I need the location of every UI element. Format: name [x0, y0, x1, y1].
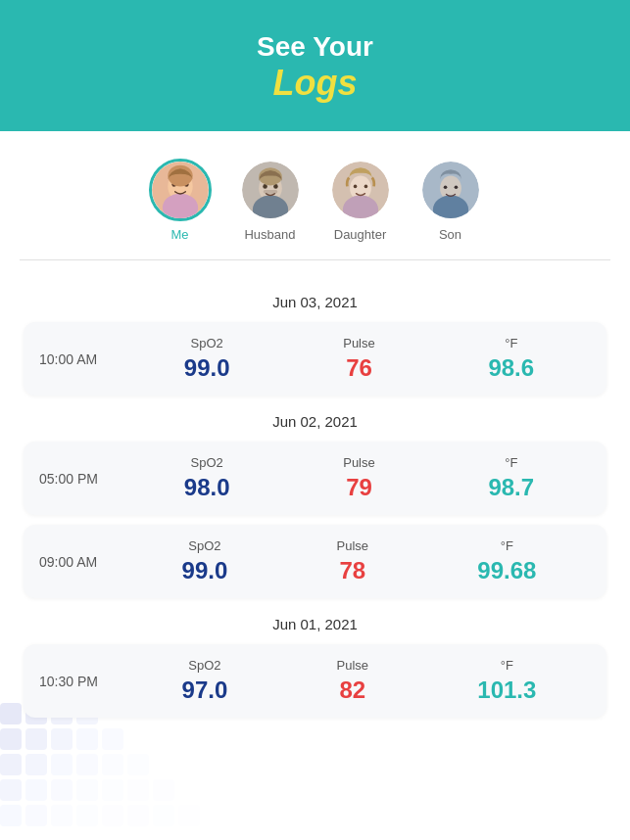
pulse-label-2-0: Pulse — [337, 658, 369, 673]
temp-value-0-0: 98.6 — [488, 354, 534, 382]
profiles-row: Me Husband — [0, 131, 630, 252]
profile-daughter[interactable]: Daughter — [329, 159, 392, 242]
date-group-0: Jun 03, 2021 10:00 AM SpO2 99.0 Pulse 76… — [24, 294, 606, 396]
profile-husband[interactable]: Husband — [239, 159, 302, 242]
svg-rect-12 — [263, 190, 277, 194]
svg-rect-38 — [0, 779, 22, 801]
svg-point-22 — [454, 185, 458, 189]
svg-rect-45 — [0, 805, 22, 826]
metric-temp-0-0: °F 98.6 — [488, 336, 534, 382]
header-title-line2: Logs — [20, 63, 610, 104]
pulse-value-2-0: 82 — [339, 677, 365, 704]
date-label-2: Jun 01, 2021 — [24, 616, 606, 632]
metric-temp-1-1: °F 99.68 — [477, 538, 536, 584]
metric-spo2-1-1: SpO2 99.0 — [182, 538, 228, 584]
svg-point-21 — [443, 185, 447, 189]
date-label-0: Jun 03, 2021 — [24, 294, 606, 310]
spo2-label-1-1: SpO2 — [188, 538, 220, 553]
avatar-son[interactable] — [419, 159, 482, 221]
log-card-0-0: 10:00 AM SpO2 99.0 Pulse 76 °F 98.6 — [24, 322, 606, 396]
temp-value-1-1: 99.68 — [477, 557, 536, 584]
temp-label-1-1: °F — [501, 538, 513, 553]
avatar-daughter[interactable] — [329, 159, 392, 221]
svg-rect-39 — [25, 779, 47, 801]
spo2-label-2-0: SpO2 — [188, 658, 220, 673]
temp-value-2-0: 101.3 — [477, 677, 536, 704]
spo2-value-1-1: 99.0 — [182, 557, 228, 584]
svg-rect-44 — [153, 779, 174, 801]
log-card-1-0: 05:00 PM SpO2 98.0 Pulse 79 °F 98.7 — [24, 442, 606, 515]
avatar-husband[interactable] — [239, 159, 302, 221]
svg-rect-42 — [102, 779, 123, 801]
metric-spo2-1-0: SpO2 98.0 — [184, 455, 230, 501]
profile-daughter-label: Daughter — [334, 227, 386, 242]
metric-spo2-2-0: SpO2 97.0 — [182, 658, 228, 704]
metric-temp-2-0: °F 101.3 — [477, 658, 536, 704]
temp-value-1-0: 98.7 — [488, 474, 534, 501]
svg-point-16 — [353, 185, 357, 189]
svg-rect-48 — [76, 805, 98, 826]
pulse-value-1-0: 79 — [346, 474, 372, 501]
metric-pulse-0-0: Pulse 76 — [343, 336, 375, 382]
log-card-1-1: 09:00 AM SpO2 99.0 Pulse 78 °F 99.68 — [24, 525, 606, 598]
svg-rect-52 — [178, 805, 200, 826]
svg-rect-51 — [153, 805, 174, 826]
spo2-value-1-0: 98.0 — [184, 474, 230, 501]
log-time-1-0: 05:00 PM — [39, 471, 127, 487]
svg-rect-49 — [102, 805, 123, 826]
temp-label-2-0: °F — [501, 658, 513, 673]
svg-point-17 — [363, 185, 367, 189]
log-metrics-0-0: SpO2 99.0 Pulse 76 °F 98.6 — [127, 336, 591, 382]
pulse-label: Pulse — [343, 336, 375, 350]
spo2-value-0-0: 99.0 — [184, 354, 230, 382]
profile-son[interactable]: Son — [419, 159, 482, 242]
metric-pulse-1-1: Pulse 78 — [337, 538, 369, 584]
date-group-2: Jun 01, 2021 10:30 PM SpO2 97.0 Pulse 82… — [24, 616, 606, 718]
profile-me[interactable]: Me — [149, 159, 212, 242]
svg-rect-41 — [76, 779, 98, 801]
log-time-2-0: 10:30 PM — [39, 674, 127, 689]
spo2-value-2-0: 97.0 — [182, 677, 228, 704]
spo2-label-1-0: SpO2 — [191, 455, 223, 470]
log-metrics-2-0: SpO2 97.0 Pulse 82 °F 101.3 — [127, 658, 591, 704]
svg-rect-47 — [51, 805, 73, 826]
log-metrics-1-1: SpO2 99.0 Pulse 78 °F 99.68 — [127, 538, 591, 584]
metric-spo2-0-0: SpO2 99.0 — [184, 336, 230, 382]
spo2-label: SpO2 — [191, 336, 223, 350]
svg-rect-46 — [25, 805, 47, 826]
svg-point-5 — [168, 165, 192, 187]
temp-label: °F — [505, 336, 517, 350]
svg-rect-43 — [127, 779, 149, 801]
date-group-1: Jun 02, 2021 05:00 PM SpO2 98.0 Pulse 79… — [24, 413, 606, 598]
header-title-line1: See Your — [20, 31, 610, 63]
pulse-value-0-0: 76 — [346, 354, 372, 382]
log-card-2-0: 10:30 PM SpO2 97.0 Pulse 82 °F 101.3 — [24, 644, 606, 718]
log-time-1-1: 09:00 AM — [39, 554, 127, 570]
header: See Your Logs — [0, 0, 630, 131]
log-time-0-0: 10:00 AM — [39, 351, 127, 367]
profile-husband-label: Husband — [244, 227, 295, 242]
metric-temp-1-0: °F 98.7 — [488, 455, 534, 501]
metric-pulse-2-0: Pulse 82 — [337, 658, 369, 704]
divider — [20, 259, 610, 260]
pulse-value-1-1: 78 — [339, 557, 365, 584]
avatar-me[interactable] — [149, 159, 212, 221]
profile-me-label: Me — [170, 227, 188, 242]
profile-son-label: Son — [439, 227, 461, 242]
date-label-1: Jun 02, 2021 — [24, 413, 606, 430]
temp-label-1-0: °F — [505, 455, 517, 470]
svg-rect-50 — [127, 805, 149, 826]
pulse-label-1-0: Pulse — [343, 455, 375, 470]
metric-pulse-1-0: Pulse 79 — [343, 455, 375, 501]
logs-content: Jun 03, 2021 10:00 AM SpO2 99.0 Pulse 76… — [0, 268, 630, 767]
log-metrics-1-0: SpO2 98.0 Pulse 79 °F 98.7 — [127, 455, 591, 501]
svg-rect-40 — [51, 779, 73, 801]
pulse-label-1-1: Pulse — [337, 538, 369, 553]
